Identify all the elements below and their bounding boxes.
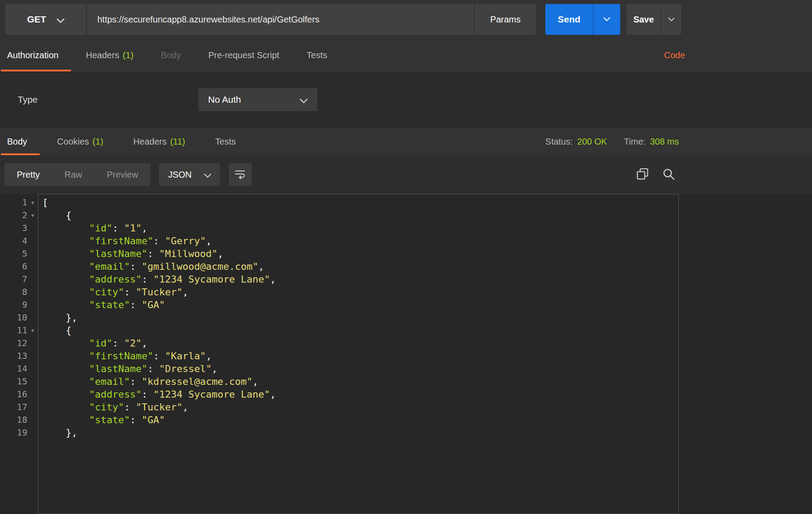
method-label: GET: [27, 14, 46, 25]
gutter-row: 12: [0, 337, 38, 350]
view-mode-pretty[interactable]: Pretty: [4, 163, 52, 186]
response-tab-body[interactable]: Body: [4, 128, 30, 155]
line-number: 18: [0, 413, 27, 426]
code-line: "id": "1",: [42, 222, 678, 235]
code-line: "city": "Tucker",: [42, 401, 678, 413]
search-response-button[interactable]: [662, 167, 675, 182]
line-number: 11: [0, 324, 27, 337]
code-line: "email": "kdressel@acme.com",: [42, 375, 678, 388]
line-number: 17: [0, 401, 27, 413]
save-button[interactable]: Save: [626, 4, 661, 35]
tab-label: Cookies: [57, 137, 89, 147]
code-token: "state": [89, 299, 130, 310]
code-line: "id": "2",: [42, 337, 678, 350]
code-token: :: [153, 350, 165, 361]
format-dropdown[interactable]: JSON: [159, 163, 220, 186]
response-tab-cookies[interactable]: Cookies(1): [55, 128, 106, 155]
line-number: 8: [0, 286, 27, 298]
view-mode-preview[interactable]: Preview: [94, 163, 150, 186]
gutter-row: 2▾: [0, 209, 38, 222]
auth-type-dropdown[interactable]: No Auth: [198, 88, 317, 111]
time-label: Time:: [624, 137, 645, 147]
fold-caret-icon[interactable]: ▾: [27, 196, 38, 209]
code-token: },: [42, 427, 77, 438]
tab-label: Tests: [215, 137, 236, 147]
line-number: 16: [0, 388, 27, 401]
response-viewer-toolbar: PrettyRawPreview JSON: [0, 155, 812, 194]
code-line: "firstName": "Karla",: [42, 350, 678, 362]
request-tab-headers[interactable]: Headers(1): [83, 39, 136, 71]
code-line: {: [42, 209, 678, 222]
code-token: ,: [183, 402, 188, 413]
code-token: [42, 376, 89, 387]
gutter-row: 14: [0, 362, 38, 375]
code-line: },: [42, 426, 678, 439]
gutter-row: 19: [0, 426, 38, 439]
code-token: "Tucker": [136, 402, 183, 413]
url-input[interactable]: [97, 15, 463, 25]
wrap-lines-icon: [234, 168, 246, 181]
request-tab-authorization[interactable]: Authorization: [4, 39, 61, 71]
response-tab-tests[interactable]: Tests: [212, 128, 238, 155]
fold-caret-icon: [27, 311, 38, 324]
code-token: ,: [217, 248, 223, 259]
copy-response-button[interactable]: [636, 167, 649, 182]
method-dropdown[interactable]: GET: [5, 4, 87, 35]
fold-caret-icon: [27, 413, 38, 426]
code-token: "kdressel@acme.com": [142, 376, 253, 387]
code-line: "email": "gmillwood@acme.com",: [42, 260, 678, 273]
code-token: [42, 402, 89, 413]
fold-caret-icon[interactable]: ▾: [27, 209, 38, 222]
code-token: "email": [89, 261, 130, 272]
code-token: "Millwood": [159, 248, 217, 259]
code-token: ,: [212, 363, 217, 374]
code-token: :: [130, 299, 142, 310]
gutter-row: 9: [0, 298, 38, 311]
tab-label: Headers: [86, 50, 119, 60]
request-tab-tests[interactable]: Tests: [304, 39, 330, 71]
send-options-button[interactable]: [593, 4, 620, 35]
fold-caret-icon: [27, 375, 38, 388]
save-options-button[interactable]: [661, 4, 681, 35]
status-label: Status:: [545, 137, 573, 147]
response-tab-headers[interactable]: Headers(11): [130, 128, 188, 155]
code-token: "GA": [142, 414, 165, 425]
response-meta: Status: 200 OK Time: 308 ms: [545, 128, 686, 155]
tab-label: Pre-request Script: [208, 50, 279, 60]
code-token: "state": [89, 414, 130, 425]
fold-caret-icon: [27, 337, 38, 350]
send-button[interactable]: Send: [545, 4, 593, 35]
code-token: "lastName": [89, 363, 147, 374]
params-button[interactable]: Params: [475, 4, 536, 35]
code-token: ,: [206, 350, 212, 361]
code-token: [42, 389, 89, 400]
code-token: "Dressel": [159, 363, 212, 374]
fold-caret-icon[interactable]: ▾: [27, 324, 38, 337]
wrap-lines-button[interactable]: [229, 163, 252, 186]
gutter-row: 16: [0, 388, 38, 401]
code-token: "Gerry": [165, 235, 206, 246]
code-link[interactable]: Code: [664, 50, 686, 60]
code-gutter: 1▾2▾34567891011▾1213141516171819: [0, 194, 38, 514]
gutter-row: 4: [0, 235, 38, 247]
code-token: :: [142, 389, 153, 400]
line-number: 9: [0, 298, 27, 311]
code-token: :: [112, 223, 124, 234]
code-token: },: [42, 312, 77, 323]
code-line: "address": "1234 Sycamore Lane",: [42, 273, 678, 286]
code-token: [42, 261, 89, 272]
line-number: 12: [0, 337, 27, 350]
request-tab-pre-request-script[interactable]: Pre-request Script: [205, 39, 282, 71]
code-line: },: [42, 311, 678, 324]
line-number: 1: [0, 196, 27, 209]
request-tab-body[interactable]: Body: [158, 39, 184, 71]
code-line: "lastName": "Dressel",: [42, 362, 678, 375]
fold-caret-icon: [27, 222, 38, 235]
fold-caret-icon: [27, 298, 38, 311]
chevron-down-icon: [603, 15, 610, 23]
code-token: ,: [253, 376, 258, 387]
line-number: 10: [0, 311, 27, 324]
view-mode-raw[interactable]: Raw: [52, 163, 94, 186]
response-body-code[interactable]: [ { "id": "1", "firstName": "Gerry", "la…: [38, 194, 679, 514]
request-tabs-list: AuthorizationHeaders(1)BodyPre-request S…: [4, 39, 330, 71]
